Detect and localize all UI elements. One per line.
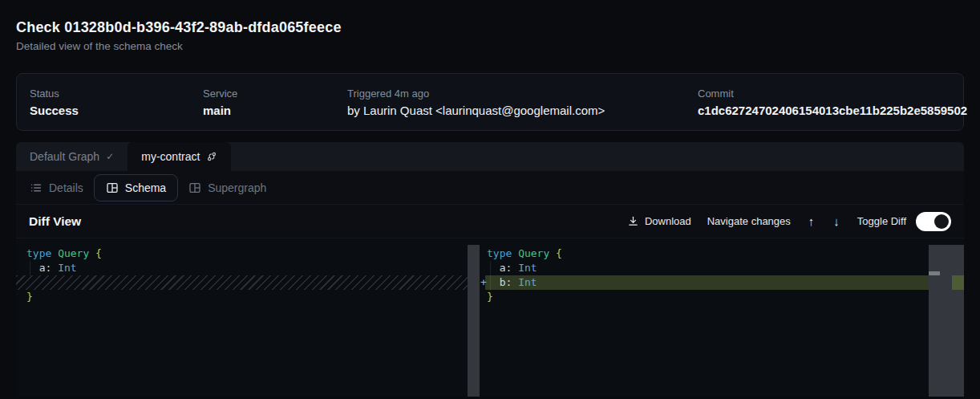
- download-icon: [627, 215, 639, 227]
- status-label: Status: [30, 88, 203, 100]
- space: [549, 247, 556, 259]
- graph-tabbar: Default Graph ✓ my-contract: [16, 142, 964, 171]
- navigate-changes-button[interactable]: Navigate changes: [707, 215, 791, 227]
- code-line: a: Int: [480, 261, 964, 275]
- git-compare-icon: [206, 151, 217, 162]
- tab-details[interactable]: Details: [29, 181, 84, 195]
- arrow-up-icon: ↑: [808, 214, 815, 228]
- triggered-value: by Laurin Quast <laurinquast@googlemail.…: [347, 104, 698, 117]
- code-line: }: [480, 290, 964, 304]
- diff-removed-placeholder: [16, 275, 480, 290]
- space: [512, 276, 518, 288]
- tab-schema[interactable]: Schema: [94, 174, 178, 202]
- scrollbar-thumb[interactable]: [929, 271, 940, 275]
- keyword-token: type: [26, 247, 51, 259]
- toggle-knob: [934, 214, 949, 229]
- list-icon: [30, 181, 43, 194]
- added-line-marker: +: [480, 275, 487, 290]
- space: [51, 262, 58, 274]
- tab-schema-label: Schema: [125, 181, 166, 194]
- triggered-label: Triggered 4m ago: [347, 88, 698, 100]
- brace-token: {: [95, 247, 102, 259]
- download-button[interactable]: Download: [627, 215, 691, 227]
- indent: [487, 276, 500, 288]
- toggle-diff-group: Toggle Diff: [857, 212, 951, 231]
- schema-check-page: Check 01328b0d-b396-43f2-89ab-dfda065fee…: [0, 0, 980, 399]
- space: [51, 247, 58, 259]
- commit-label: Commit: [698, 88, 950, 100]
- scrollbar-right[interactable]: [929, 245, 964, 397]
- diff-view-title: Diff View: [29, 214, 81, 229]
- service-label: Service: [203, 88, 347, 100]
- typename-token: Query: [518, 247, 549, 259]
- indent: [26, 262, 39, 274]
- columns-icon: [106, 181, 119, 194]
- code-line: type Query {: [480, 246, 964, 261]
- brace-token: }: [26, 291, 33, 303]
- space: [512, 262, 518, 274]
- commit-value: c1dc62724702406154013cbe11b225b2e5859502: [698, 104, 950, 117]
- status-field: Status Success: [30, 88, 203, 117]
- tab-my-contract-label: my-contract: [141, 150, 200, 163]
- next-change-button[interactable]: ↓: [832, 214, 841, 228]
- view-subtabs: Details Schema: [16, 171, 964, 205]
- brace-token: }: [487, 291, 493, 303]
- overview-ruler-added-marker: [952, 275, 964, 290]
- tab-my-contract[interactable]: my-contract: [128, 142, 231, 171]
- service-field: Service main: [203, 88, 347, 117]
- space: [89, 247, 95, 259]
- tab-supergraph[interactable]: Supergraph: [188, 181, 267, 195]
- typename-token: Query: [58, 247, 89, 259]
- toggle-diff-label: Toggle Diff: [857, 215, 906, 227]
- field-token: b:: [500, 276, 512, 288]
- tab-default-graph-label: Default Graph: [30, 150, 99, 163]
- check-summary-card: Status Success Service main Triggered 4m…: [16, 73, 964, 131]
- service-value: main: [203, 104, 347, 117]
- diff-actions: Download Navigate changes ↑ ↓ Toggle Dif…: [627, 212, 951, 231]
- scalar-token: Int: [518, 262, 537, 274]
- commit-field: Commit c1dc62724702406154013cbe11b225b2e…: [698, 88, 950, 117]
- brace-token: {: [556, 247, 562, 259]
- scalar-token: Int: [518, 276, 537, 288]
- tab-supergraph-label: Supergraph: [208, 181, 266, 194]
- code-line: a: Int: [16, 261, 480, 275]
- check-detail-panel: Details Schema: [16, 171, 964, 397]
- page-subtitle: Detailed view of the schema check: [16, 40, 964, 52]
- check-icon: ✓: [106, 151, 114, 162]
- code-line: type Query {: [16, 246, 480, 261]
- diff-toolbar: Diff View Download Navigate changes: [16, 205, 964, 238]
- tab-details-label: Details: [49, 181, 83, 194]
- arrow-down-icon: ↓: [833, 214, 840, 228]
- status-value: Success: [30, 104, 203, 117]
- tab-default-graph[interactable]: Default Graph ✓: [16, 142, 128, 171]
- toggle-diff-switch[interactable]: [916, 212, 951, 231]
- diff-pane-after: + type Query { a: Int b: Int }: [480, 238, 964, 397]
- columns-icon: [188, 181, 201, 194]
- scalar-token: Int: [58, 262, 76, 274]
- triggered-field: Triggered 4m ago by Laurin Quast <laurin…: [347, 88, 698, 117]
- navigate-changes-label: Navigate changes: [707, 215, 791, 227]
- keyword-token: type: [487, 247, 512, 259]
- scrollbar-left[interactable]: [468, 245, 480, 397]
- indent: [487, 262, 500, 274]
- page-title: Check 01328b0d-b396-43f2-89ab-dfda065fee…: [16, 0, 964, 36]
- field-token: a:: [500, 262, 512, 274]
- field-token: a:: [39, 262, 52, 274]
- previous-change-button[interactable]: ↑: [807, 214, 816, 228]
- schema-diff-editor: type Query { a: Int } + type Query { a: …: [16, 238, 964, 397]
- download-label: Download: [645, 215, 691, 227]
- diff-pane-before: type Query { a: Int }: [16, 238, 480, 397]
- code-line: }: [16, 290, 480, 304]
- space: [512, 247, 518, 259]
- code-line-added: b: Int: [480, 275, 964, 290]
